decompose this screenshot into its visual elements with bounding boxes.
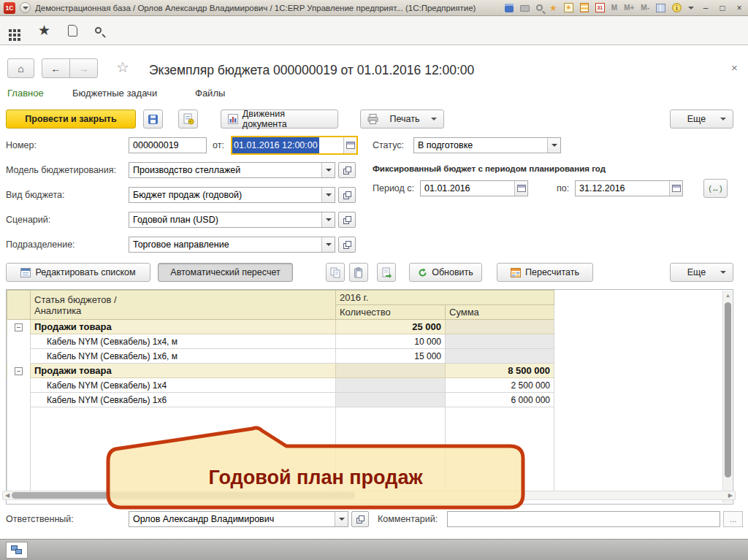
history-icon[interactable] [68, 25, 77, 37]
scroll-right-icon[interactable]: ▶ [728, 491, 733, 499]
memory-mplus-button[interactable]: M+ [624, 4, 634, 12]
back-button[interactable]: ← [42, 58, 70, 78]
kind-dropdown-button[interactable] [321, 188, 335, 202]
period-to-input[interactable]: 31.12.2016 [575, 180, 683, 196]
sum-cell[interactable] [446, 349, 554, 364]
department-open-button[interactable] [338, 237, 356, 253]
main-menu-button[interactable] [20, 2, 31, 13]
sum-cell[interactable] [446, 334, 554, 349]
quantity-cell[interactable] [336, 393, 446, 407]
sum-cell[interactable]: 8 500 000 [446, 364, 554, 378]
number-input[interactable]: 000000019 [129, 137, 207, 153]
favorites-box-icon[interactable]: ★ [564, 3, 573, 12]
sections-menu-icon[interactable] [9, 29, 12, 32]
responsible-dropdown-button[interactable] [335, 512, 348, 526]
sum-cell[interactable]: 6 000 000 [446, 393, 554, 407]
date-calendar-button[interactable] [343, 137, 356, 153]
kind-select[interactable]: Бюджет продаж (годовой) [129, 187, 335, 203]
calculator-icon[interactable] [580, 3, 589, 12]
save-icon[interactable] [505, 4, 514, 12]
search-icon[interactable] [95, 27, 102, 34]
sum-cell[interactable] [446, 320, 554, 334]
forward-button[interactable]: → [69, 58, 98, 78]
model-open-button[interactable] [338, 162, 356, 178]
favorite-star-icon[interactable]: ☆ [116, 58, 129, 76]
more-button-top[interactable]: Еще [670, 110, 733, 129]
vertical-scroll-thumb[interactable] [725, 302, 731, 477]
recalculate-button[interactable]: Пересчитать [497, 263, 593, 282]
auto-recalc-toggle[interactable]: Автоматический пересчет [158, 263, 293, 282]
info-icon[interactable]: i [672, 3, 682, 12]
more-button-table[interactable]: Еще [670, 263, 733, 282]
post-and-close-button[interactable]: Провести и закрыть [6, 110, 136, 129]
kind-open-button[interactable] [338, 187, 356, 203]
status-select[interactable]: В подготовке [413, 137, 561, 153]
period-pick-button[interactable]: (↔) [703, 179, 728, 198]
copy-button[interactable] [326, 263, 345, 282]
quantity-cell[interactable]: 25 000 [336, 320, 446, 334]
edit-as-list-button[interactable]: Редактировать списком [6, 263, 150, 282]
paste-button[interactable] [349, 263, 368, 282]
quantity-cell[interactable] [336, 378, 446, 393]
collapse-icon[interactable]: – [15, 323, 23, 331]
favorites-add-icon[interactable]: ★ [549, 4, 557, 12]
save-button[interactable] [143, 110, 163, 129]
post-document-button[interactable] [178, 110, 198, 129]
collapse-icon[interactable]: – [15, 367, 23, 375]
service-messages-button[interactable] [6, 542, 28, 559]
scroll-left-icon[interactable]: ◀ [5, 491, 9, 499]
refresh-button[interactable]: Обновить [409, 263, 482, 282]
vertical-scrollbar[interactable]: ▲ ▼ [722, 291, 732, 503]
split-view-icon[interactable] [656, 4, 665, 12]
scenario-dropdown-button[interactable] [321, 212, 335, 227]
responsible-open-button[interactable] [351, 511, 369, 527]
date-input[interactable]: 01.01.2016 12:00:00 [231, 136, 358, 155]
close-document-icon[interactable]: × [731, 61, 738, 74]
article-cell[interactable]: Кабель NYM (Севкабель) 1x6 [31, 393, 336, 407]
print-button[interactable]: Печать [360, 110, 444, 129]
close-window-button[interactable]: × [734, 3, 744, 13]
tab-main[interactable]: Главное [7, 88, 44, 99]
comment-more-button[interactable]: ... [723, 511, 743, 527]
info-dropdown-icon[interactable] [688, 7, 694, 9]
model-dropdown-button[interactable] [321, 163, 335, 177]
memory-m-button[interactable]: M [611, 4, 617, 12]
scenario-open-button[interactable] [338, 212, 356, 228]
home-button[interactable]: ⌂ [7, 58, 34, 78]
calendar-icon[interactable]: 31 [595, 3, 605, 12]
quantity-cell[interactable]: 10 000 [336, 334, 446, 349]
department-dropdown-button[interactable] [321, 237, 335, 252]
scenario-select[interactable]: Годовой план (USD) [129, 212, 335, 228]
article-cell[interactable]: Кабель NYM (Севкабель) 1x4 [31, 378, 336, 393]
minimize-button[interactable]: – [701, 3, 711, 13]
responsible-select[interactable]: Орлов Александр Владимирович [129, 511, 348, 527]
favorites-icon[interactable]: ★ [38, 23, 50, 37]
status-dropdown-button[interactable] [547, 138, 560, 153]
scroll-up-icon[interactable]: ▲ [723, 293, 733, 298]
preview-icon[interactable] [536, 4, 543, 11]
article-cell[interactable]: Кабель NYM (Севкабель) 1x6, м [31, 349, 336, 364]
maximize-button[interactable]: □ [717, 3, 728, 13]
sum-column-header[interactable]: Сумма [446, 305, 554, 320]
import-button[interactable] [377, 263, 396, 282]
year-column-header[interactable]: 2016 г. [336, 291, 554, 305]
quantity-cell[interactable]: 15 000 [336, 349, 446, 364]
tab-budget-tasks[interactable]: Бюджетные задачи [72, 88, 157, 99]
tab-files[interactable]: Файлы [195, 88, 225, 99]
department-select[interactable]: Торговое направление [129, 237, 335, 253]
article-column-header[interactable]: Статья бюджетов / Аналитика [31, 291, 336, 320]
period-to-calendar-button[interactable] [669, 181, 682, 196]
comment-input[interactable] [447, 511, 720, 527]
quantity-cell[interactable] [336, 364, 446, 378]
period-from-input[interactable]: 01.01.2016 [420, 180, 528, 196]
period-from-calendar-button[interactable] [514, 181, 527, 196]
print-icon[interactable] [520, 5, 530, 12]
memory-mminus-button[interactable]: M- [641, 4, 649, 12]
article-cell[interactable]: Продажи товара [31, 320, 336, 334]
model-select[interactable]: Производство стеллажей [129, 162, 335, 178]
quantity-column-header[interactable]: Количество [336, 305, 446, 320]
article-cell[interactable]: Продажи товара [31, 364, 336, 378]
article-cell[interactable]: Кабель NYM (Севкабель) 1x4, м [31, 334, 336, 349]
document-movements-button[interactable]: Движения документа [221, 110, 338, 129]
sum-cell[interactable]: 2 500 000 [446, 378, 554, 393]
